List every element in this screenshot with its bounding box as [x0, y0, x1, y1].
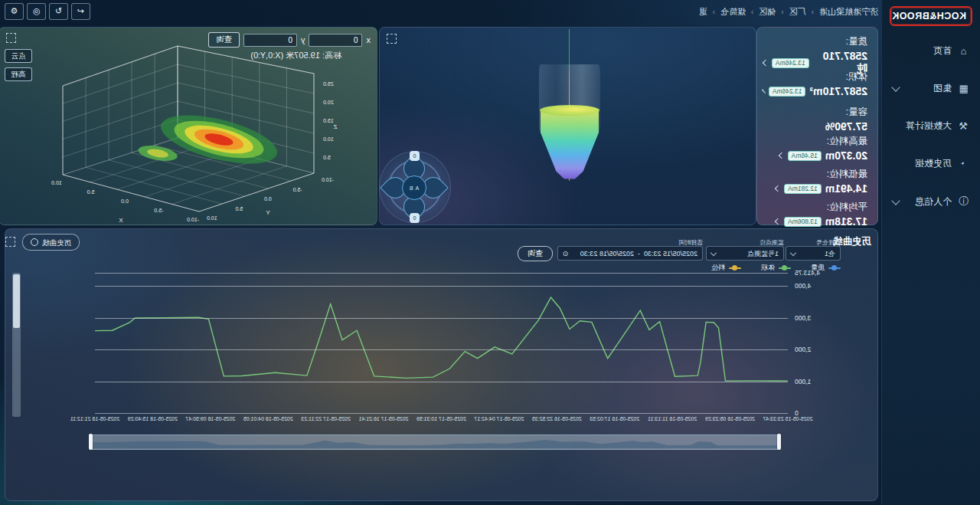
clock-icon: ⊙: [563, 248, 569, 260]
current-ma-badge: 13.246mA: [772, 58, 809, 68]
chevron-right-icon[interactable]: [762, 89, 766, 93]
sidebar-item-bigdata[interactable]: ⚒大数据计算: [882, 107, 980, 145]
grid-line: [95, 286, 788, 287]
breadcrumb-separator: ›: [812, 8, 814, 16]
axis-tick-label: 5.0: [235, 206, 243, 212]
chevron-right-icon[interactable]: [778, 152, 784, 159]
camera-pad[interactable]: 0 0 A B: [380, 152, 450, 222]
pad-top-badge[interactable]: 0: [410, 151, 420, 161]
sidebar-item-label: 历史数据: [915, 157, 952, 170]
breadcrumb-item[interactable]: 煤筒仓: [720, 6, 746, 18]
grid-line: [95, 318, 788, 319]
slider-left-handle[interactable]: [777, 434, 781, 450]
record-icon[interactable]: ◎: [27, 3, 46, 20]
stat-value: 20.370m: [825, 149, 867, 162]
axis-tick-label: 5.0: [323, 155, 331, 160]
legend-item[interactable]: 料位: [711, 263, 741, 273]
surface-3d-plot[interactable]: 5.010.015.020.025.0-10.0-5.00.05.010.0-1…: [20, 31, 366, 224]
current-ma-badge: 13.246mA: [769, 87, 806, 97]
compute-icon: ⚒: [958, 120, 969, 132]
history-pill-button[interactable]: 历史曲线: [22, 234, 80, 251]
stat-row: 体积:2587.710m³13.246mA: [763, 71, 867, 97]
legend-item[interactable]: 体积: [761, 263, 791, 273]
x-axis-label: 2025-05-17 16:21:41: [353, 416, 414, 421]
x-axis-label: 2025-05-16 17:02:53: [584, 416, 645, 421]
breadcrumb-separator: ›: [713, 8, 715, 16]
wireframe-line: [178, 46, 314, 74]
wireframe-line: [63, 83, 178, 121]
wireframe-line: [63, 46, 178, 86]
stat-value: 14.491m: [825, 182, 867, 195]
current-ma-badge: 15.46mA: [788, 151, 822, 161]
bin-select[interactable]: 仓1: [786, 246, 841, 261]
point-select[interactable]: 1号监测点: [706, 246, 784, 261]
slider-preview: [92, 436, 779, 448]
refresh-icon[interactable]: ↻: [49, 3, 68, 20]
stat-value-row: 17.318m13.806mA: [763, 215, 867, 228]
sidebar-item-profile[interactable]: ⓘ个人信息: [882, 182, 980, 221]
vertical-zoom-slider[interactable]: [12, 273, 21, 417]
axis-tick-label: 0.0: [121, 198, 129, 204]
brand-logo: KOCH&BROOK: [890, 6, 972, 26]
axis-tick-label: -5.0: [154, 208, 163, 213]
stat-row: 最高料位:20.370m15.46mA: [763, 135, 867, 162]
y-axis-label: 1,000: [795, 378, 877, 385]
breadcrumb-item[interactable]: 厂区: [789, 6, 806, 18]
vertical-zoom-handle[interactable]: [13, 274, 20, 328]
slider-right-handle[interactable]: [89, 434, 93, 450]
group-icon: ▦: [958, 83, 969, 94]
stat-label: 容量:: [763, 106, 867, 119]
home-icon: ⌂: [958, 45, 969, 57]
chevron-down-icon: [790, 249, 796, 255]
stat-value-row: 14.491m12.281mA: [763, 182, 867, 195]
x-axis-label: 2025-05-16 05:23:29: [700, 416, 761, 421]
sidebar-item-label: 大数据计算: [906, 120, 952, 133]
y-axis-label: 2,000: [795, 346, 877, 353]
sidebar-item-home[interactable]: ⌂首页: [882, 32, 980, 70]
silo-panel: 0 0 A B: [379, 27, 756, 225]
stat-row: 容量:57.790%: [763, 106, 867, 133]
sidebar-item-label: 个人信息: [915, 195, 952, 208]
axis-tick-label: 25.0: [323, 81, 334, 87]
breadcrumb-item[interactable]: 退: [699, 6, 707, 18]
time-range-input[interactable]: 2025/05/15 23:30 - 2025/05/18 23:30 ⊙: [557, 246, 703, 261]
breadcrumb-item[interactable]: 济宁港航梁山港: [819, 6, 878, 18]
point-select-value: 1号监测点: [747, 248, 779, 260]
stat-value: 2587.710m³: [809, 85, 867, 97]
sidebar-item-label: 首页: [933, 44, 952, 57]
wireframe-line: [109, 160, 245, 196]
axis-tick-label: -10.0: [322, 177, 334, 182]
pad-bottom-badge[interactable]: 0: [410, 213, 420, 223]
breadcrumb-item[interactable]: 储区: [759, 6, 776, 18]
history-line-chart[interactable]: [95, 273, 788, 413]
back-icon[interactable]: ↩: [71, 3, 90, 20]
expand-icon[interactable]: [387, 34, 397, 44]
expand-icon[interactable]: [5, 237, 15, 247]
settings-icon[interactable]: ⚙: [5, 3, 24, 20]
sidebar-item-group[interactable]: ▦集团: [882, 70, 980, 107]
expand-icon[interactable]: [6, 33, 16, 43]
legend-marker: [779, 267, 791, 269]
silo-material-fill: [541, 110, 598, 179]
chevron-right-icon[interactable]: [775, 218, 781, 225]
axis-tick-label: 10.0: [207, 215, 217, 221]
x-axis-label: 2025-05-18 15:40:29: [122, 416, 183, 421]
surface-heat-blob: [156, 106, 282, 173]
chevron-right-icon[interactable]: [775, 185, 781, 192]
legend-marker: [729, 267, 741, 269]
dashboard-root: KOCH&BROOK ⌂首页▦集团⚒大数据计算◔历史数据ⓘ个人信息 济宁港航梁山…: [0, 0, 980, 505]
y-axis-label: 4,000: [795, 282, 877, 290]
x-axis-label: 2025-05-18 09:50:47: [180, 416, 241, 421]
circle-icon: [31, 238, 38, 246]
current-ma-badge: 12.281mA: [784, 184, 822, 194]
pad-center-button[interactable]: A B: [402, 175, 426, 200]
stat-value-row: 57.790%: [763, 120, 867, 133]
chevron-right-icon[interactable]: [763, 60, 769, 66]
current-ma-badge: 13.806mA: [784, 217, 822, 227]
silo-3d-view[interactable]: [539, 64, 600, 179]
sidebar-item-history[interactable]: ◔历史数据: [882, 145, 980, 182]
history-query-button[interactable]: 查询: [518, 246, 553, 261]
sidebar-item-label: 集团: [933, 82, 952, 95]
wireframe-line: [63, 175, 199, 212]
datazoom-slider[interactable]: [90, 434, 780, 450]
